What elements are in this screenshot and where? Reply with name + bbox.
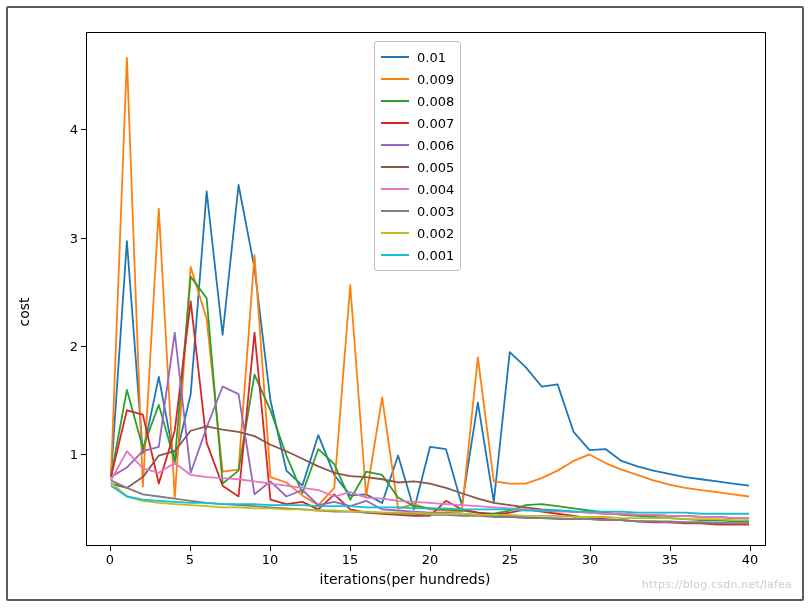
x-tick-label: 30 xyxy=(582,552,599,567)
legend-label: 0.009 xyxy=(417,72,454,87)
legend-label: 0.002 xyxy=(417,226,454,241)
legend-swatch xyxy=(381,100,409,102)
watermark: https://blog.csdn.net/lafea xyxy=(642,578,792,591)
legend-label: 0.005 xyxy=(417,160,454,175)
y-tick-mark xyxy=(81,454,86,455)
legend-swatch xyxy=(381,210,409,212)
y-tick-mark xyxy=(81,129,86,130)
y-tick-label: 2 xyxy=(38,338,78,353)
x-tick-mark xyxy=(750,546,751,551)
x-tick-label: 25 xyxy=(502,552,519,567)
x-tick-label: 5 xyxy=(186,552,194,567)
y-axis-label: cost xyxy=(16,297,32,326)
x-axis-label: iterations(per hundreds) xyxy=(320,571,491,587)
x-tick-mark xyxy=(190,546,191,551)
legend-item: 0.01 xyxy=(381,46,454,68)
x-tick-label: 20 xyxy=(422,552,439,567)
legend-swatch xyxy=(381,56,409,58)
legend-swatch xyxy=(381,78,409,80)
x-tick-mark xyxy=(270,546,271,551)
legend-item: 0.005 xyxy=(381,156,454,178)
legend-label: 0.001 xyxy=(417,248,454,263)
series-line xyxy=(111,301,749,524)
legend: 0.010.0090.0080.0070.0060.0050.0040.0030… xyxy=(374,41,461,271)
legend-swatch xyxy=(381,188,409,190)
x-tick-label: 10 xyxy=(262,552,279,567)
series-line xyxy=(111,333,749,524)
legend-label: 0.01 xyxy=(417,50,446,65)
legend-item: 0.003 xyxy=(381,200,454,222)
legend-item: 0.009 xyxy=(381,68,454,90)
legend-swatch xyxy=(381,254,409,256)
x-tick-mark xyxy=(510,546,511,551)
legend-swatch xyxy=(381,122,409,124)
y-tick-label: 1 xyxy=(38,447,78,462)
x-tick-label: 40 xyxy=(742,552,759,567)
legend-swatch xyxy=(381,232,409,234)
legend-item: 0.004 xyxy=(381,178,454,200)
chart-frame: iterations(per hundreds) cost 0.010.0090… xyxy=(6,6,804,601)
legend-item: 0.001 xyxy=(381,244,454,266)
series-line xyxy=(111,277,749,522)
legend-swatch xyxy=(381,166,409,168)
legend-label: 0.007 xyxy=(417,116,454,131)
legend-label: 0.004 xyxy=(417,182,454,197)
legend-item: 0.008 xyxy=(381,90,454,112)
legend-item: 0.006 xyxy=(381,134,454,156)
x-tick-label: 35 xyxy=(662,552,679,567)
x-tick-mark xyxy=(590,546,591,551)
x-tick-mark xyxy=(110,546,111,551)
x-tick-mark xyxy=(670,546,671,551)
legend-item: 0.007 xyxy=(381,112,454,134)
legend-item: 0.002 xyxy=(381,222,454,244)
y-tick-mark xyxy=(81,346,86,347)
y-tick-label: 3 xyxy=(38,230,78,245)
x-tick-mark xyxy=(350,546,351,551)
legend-label: 0.008 xyxy=(417,94,454,109)
legend-swatch xyxy=(381,144,409,146)
x-tick-label: 15 xyxy=(342,552,359,567)
x-tick-label: 0 xyxy=(106,552,114,567)
legend-label: 0.006 xyxy=(417,138,454,153)
y-tick-label: 4 xyxy=(38,122,78,137)
x-tick-mark xyxy=(430,546,431,551)
y-tick-mark xyxy=(81,238,86,239)
legend-label: 0.003 xyxy=(417,204,454,219)
